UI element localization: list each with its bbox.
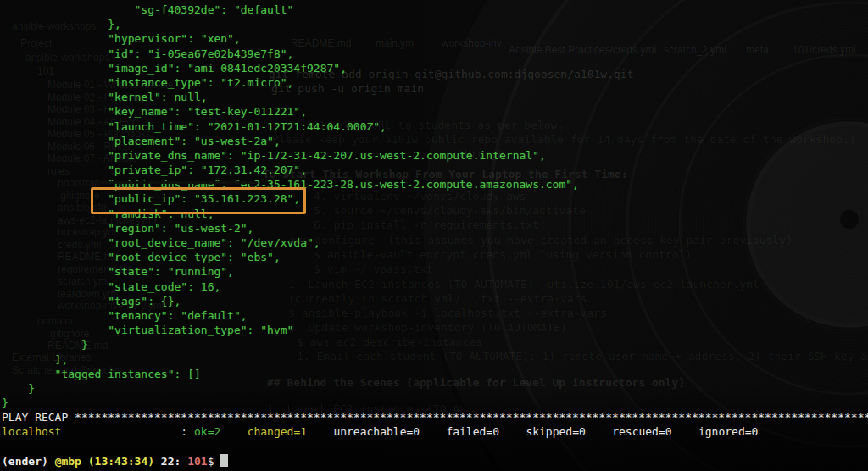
play-recap-line: PLAY RECAP *****************************…	[2, 410, 868, 424]
terminal-json-line: "root_device_name": "/dev/xvda",	[2, 236, 868, 250]
public-ip-highlight-box	[91, 187, 306, 214]
desktop-screen: ansible-workshopsProjectansible-workshop…	[0, 0, 868, 471]
terminal-json-line: "tenancy": "default",	[2, 308, 868, 323]
terminal-json-line: "state_code": 16,	[2, 280, 868, 294]
blank-line	[2, 440, 868, 454]
terminal-json-line: }	[2, 381, 868, 396]
terminal-json-line: "kernel": null,	[2, 90, 868, 104]
terminal-json-line: "tags": {},	[2, 294, 868, 308]
terminal-json-line: "root_device_type": "ebs",	[2, 250, 868, 264]
terminal-json-line: "hypervisor": "xen",	[2, 31, 868, 46]
terminal-json-line: "image_id": "ami-0841edc20334f9287",	[2, 61, 868, 75]
terminal-json-line: "instance_type": "t2.micro",	[2, 75, 868, 90]
terminal-json-line: }	[2, 337, 868, 352]
terminal-json-line: "placement": "us-west-2a",	[2, 134, 868, 148]
terminal-json-line: "id": "i-05ea67e02b439e7f8",	[2, 47, 868, 61]
terminal-json-line: }	[2, 396, 868, 410]
terminal-json-line: "private_ip": "172.31.42.207",	[2, 163, 868, 177]
dns-strikethrough-annotation	[93, 181, 258, 184]
terminal-json-line: "sg-f40392de": "default"	[2, 3, 868, 17]
terminal-json-line: "launch_time": "2021-01-12T21:44:04.000Z…	[2, 119, 868, 134]
recap-summary-line: localhost : ok=2 changed=1 unreachable=0…	[2, 424, 868, 439]
terminal-json-line: "state": "running",	[2, 264, 868, 279]
prompt-line: (ender) @mbp (13:43:34) 22: 101$	[2, 454, 868, 468]
terminal-cursor	[220, 454, 228, 467]
terminal-json-line: "region": "us-west-2",	[2, 221, 868, 236]
terminal-json-line: "key_name": "test-key-011221",	[2, 104, 868, 119]
terminal-json-line: ],	[2, 352, 868, 367]
terminal-json-line: "tagged_instances": []	[2, 367, 868, 381]
terminal-json-line: "private_dns_name": "ip-172-31-42-207.us…	[2, 148, 868, 163]
terminal-window[interactable]: "sg-f40392de": "default" }, "hypervisor"…	[2, 0, 868, 468]
terminal-json-line: },	[2, 17, 868, 31]
terminal-json-line: "virtualization_type": "hvm"	[2, 323, 868, 337]
